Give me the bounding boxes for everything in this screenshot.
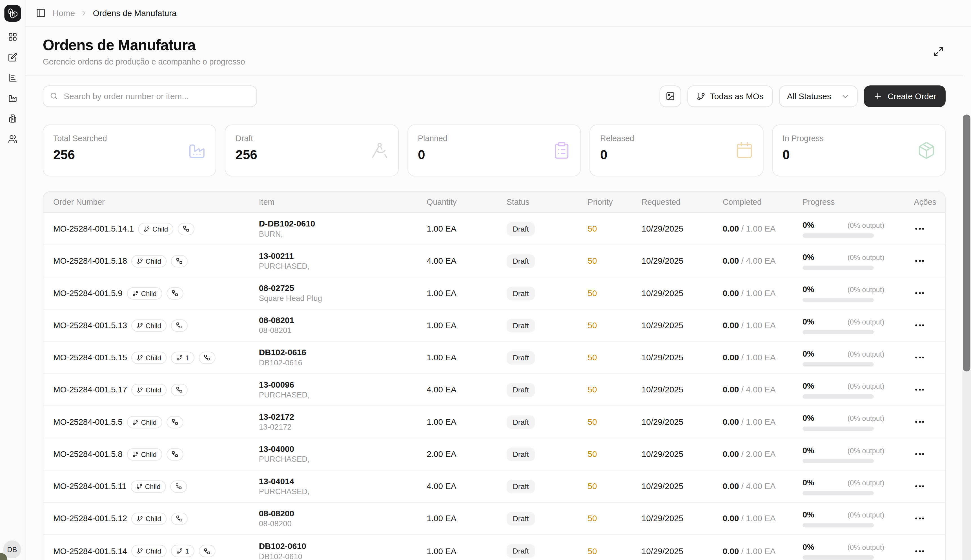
- status-badge: Draft: [507, 254, 535, 268]
- link-icon: [171, 451, 178, 457]
- create-order-button[interactable]: Create Order: [864, 85, 946, 107]
- search-input[interactable]: [43, 85, 257, 107]
- table-row[interactable]: MO-25284-001.5.9 Child 08-02725 Square H…: [43, 277, 945, 310]
- git-branch-icon: [697, 92, 705, 100]
- link-badge[interactable]: [171, 383, 188, 396]
- panel-toggle-icon[interactable]: [36, 8, 46, 18]
- table-row[interactable]: MO-25284-001.5.14 Child 1 DB102-0610 DB1…: [43, 535, 945, 560]
- item-desc: PURCHASED,: [259, 262, 417, 271]
- link-badge[interactable]: [167, 287, 183, 300]
- scrollbar-track[interactable]: [962, 370, 971, 560]
- item-desc: DB102-0610: [259, 552, 417, 560]
- app-logo-button[interactable]: [4, 5, 20, 22]
- row-actions-button[interactable]: [914, 386, 924, 393]
- link-icon: [176, 386, 183, 393]
- stat-value: 256: [53, 147, 206, 162]
- status-badge: Draft: [507, 480, 535, 493]
- git-branch-icon: [132, 451, 138, 457]
- table-row[interactable]: MO-25284-001.5.15 Child 1 DB102-0616 DB1…: [43, 342, 945, 374]
- row-actions-button[interactable]: [914, 548, 924, 554]
- col-order-number: Order Number: [43, 197, 249, 207]
- progress-output: (0% output): [848, 253, 884, 261]
- row-actions-button[interactable]: [914, 515, 924, 522]
- table-row[interactable]: MO-25284-001.5.5 Child 13-02172 13-02172…: [43, 406, 945, 438]
- link-badge[interactable]: [178, 223, 194, 235]
- item-desc: PURCHASED,: [259, 455, 417, 464]
- factory-icon: [188, 141, 207, 160]
- col-quantity: Quantity: [417, 197, 497, 207]
- stat-card: In Progress 0: [772, 125, 946, 177]
- link-badge[interactable]: [171, 512, 188, 525]
- status-badge: Draft: [507, 222, 535, 235]
- progress-bar: [802, 426, 874, 430]
- count-badge: 1: [171, 545, 195, 557]
- status-filter-select[interactable]: All Statuses: [779, 85, 858, 107]
- completed-qty: 0.00: [723, 320, 739, 330]
- link-badge[interactable]: [199, 351, 215, 364]
- link-badge[interactable]: [167, 448, 183, 460]
- package-icon: [917, 141, 936, 160]
- edit-note-icon[interactable]: [8, 53, 17, 62]
- view-toggle-button[interactable]: [659, 85, 681, 107]
- item-code: 13-04014: [259, 477, 417, 486]
- item-desc: DB102-0616: [259, 358, 417, 367]
- col-status: Status: [497, 197, 578, 207]
- gantt-chart-icon[interactable]: [8, 73, 17, 82]
- order-number: MO-25284-001.5.9: [53, 288, 123, 298]
- row-actions-button[interactable]: [914, 225, 924, 232]
- table-row[interactable]: MO-25284-001.5.13 Child 08-08201 08-0820…: [43, 310, 945, 342]
- row-actions-button[interactable]: [914, 418, 924, 425]
- col-priority: Priority: [578, 197, 631, 207]
- progress-output: (0% output): [848, 544, 884, 551]
- breadcrumb-home-link[interactable]: Home: [53, 8, 75, 18]
- link-icon: [183, 225, 190, 232]
- table-row[interactable]: MO-25284-001.5.18 Child 13-00211 PURCHAS…: [43, 245, 945, 277]
- requested-date: 10/29/2025: [632, 353, 713, 362]
- row-actions-button[interactable]: [914, 483, 924, 490]
- item-code: DB102-0616: [259, 348, 417, 357]
- git-branch-icon: [137, 548, 143, 554]
- expand-icon[interactable]: [933, 47, 944, 57]
- table-row[interactable]: MO-25284-001.5.11 Child 13-04014 PURCHAS…: [43, 470, 945, 503]
- order-number: MO-25284-001.5.15: [53, 353, 127, 362]
- git-branch-icon: [137, 322, 143, 328]
- printer-icon[interactable]: [8, 114, 17, 123]
- scrollbar-thumb[interactable]: [963, 115, 970, 372]
- link-badge[interactable]: [170, 480, 187, 492]
- table-row[interactable]: MO-25284-001.5.8 Child 13-04000 PURCHASE…: [43, 438, 945, 470]
- plus-icon: [873, 92, 883, 101]
- completed-total: / 4.00 EA: [739, 385, 776, 394]
- child-badge-label: Child: [146, 547, 161, 555]
- orders-table: Order Number Item Quantity Status Priori…: [43, 191, 946, 560]
- col-item: Item: [249, 197, 417, 207]
- link-badge[interactable]: [167, 416, 183, 428]
- dashboard-grid-icon[interactable]: [8, 32, 17, 42]
- git-branch-icon: [132, 419, 138, 425]
- factory-icon[interactable]: [8, 93, 17, 103]
- quantity: 1.00 EA: [417, 288, 497, 298]
- row-actions-button[interactable]: [914, 257, 924, 264]
- progress-pct: 0%: [802, 317, 814, 326]
- progress-bar: [802, 265, 874, 270]
- mos-filter-button[interactable]: Todas as MOs: [687, 85, 773, 107]
- row-actions-button[interactable]: [914, 354, 924, 361]
- progress-bar: [802, 330, 874, 334]
- child-badge: Child: [131, 512, 167, 525]
- status-badge: Draft: [507, 318, 535, 332]
- priority: 50: [578, 353, 631, 362]
- table-row[interactable]: MO-25284-001.5.14.1 Child D-DB102-0610 B…: [43, 213, 945, 245]
- laravel-logo-icon: [7, 7, 18, 19]
- link-badge[interactable]: [171, 319, 188, 332]
- table-row[interactable]: MO-25284-001.5.12 Child 08-08200 08-0820…: [43, 503, 945, 535]
- row-actions-button[interactable]: [914, 290, 924, 297]
- completed-total: / 1.00 EA: [739, 514, 776, 523]
- completed-total: / 1.00 EA: [739, 417, 776, 427]
- users-icon[interactable]: [8, 134, 17, 144]
- item-code: 13-00096: [259, 380, 417, 389]
- row-actions-button[interactable]: [914, 451, 924, 457]
- link-badge[interactable]: [199, 545, 215, 557]
- row-actions-button[interactable]: [914, 322, 924, 329]
- item-desc: PURCHASED,: [259, 487, 417, 496]
- link-badge[interactable]: [171, 255, 188, 267]
- table-row[interactable]: MO-25284-001.5.17 Child 13-00096 PURCHAS…: [43, 374, 945, 406]
